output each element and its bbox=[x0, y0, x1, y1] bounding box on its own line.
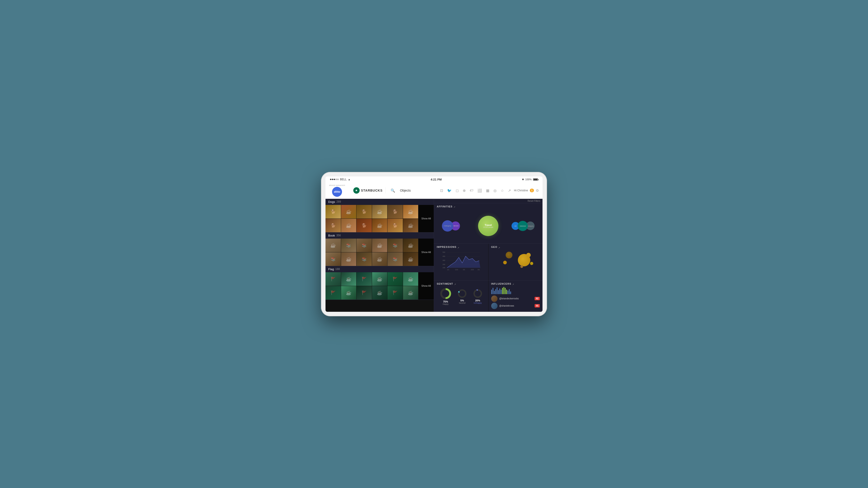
impressions-title: IMPRESSIONS bbox=[437, 246, 456, 248]
book-img-1[interactable] bbox=[326, 238, 341, 252]
search-button[interactable]: 🔍 bbox=[389, 187, 397, 194]
signal-dot-2 bbox=[332, 179, 333, 180]
book-img-9[interactable] bbox=[356, 252, 372, 266]
nav-icon-twitter[interactable]: 🐦 bbox=[446, 188, 453, 194]
geo-bubble-tiny bbox=[520, 265, 523, 268]
geo-title: GEO bbox=[491, 246, 497, 248]
nav-icon-chart[interactable]: ▦ bbox=[485, 188, 490, 194]
geo-external-link[interactable]: ↗ bbox=[498, 247, 500, 249]
book-img-2[interactable] bbox=[341, 238, 356, 252]
reset-filters-button[interactable]: Reset Filters bbox=[528, 200, 540, 202]
svg-text:1/10: 1/10 bbox=[455, 269, 458, 270]
flag-img-4[interactable] bbox=[372, 272, 388, 286]
nav-icon-label[interactable]: 🏷 bbox=[469, 188, 474, 193]
impressions-svg: 500 400 300 200 100 bbox=[437, 251, 486, 271]
nav-icon-copy[interactable]: ⊡ bbox=[439, 188, 444, 194]
affinities-title: AFFINITIES bbox=[437, 205, 453, 208]
dog-img-6[interactable] bbox=[403, 205, 418, 219]
flag-img-7[interactable] bbox=[326, 286, 341, 300]
book-count: 356 bbox=[336, 234, 341, 237]
book-img-4[interactable] bbox=[372, 238, 388, 252]
book-show-all[interactable]: Show All bbox=[418, 238, 434, 266]
affinities-section: AFFINITIES ↗ Category Interest Travel 12… bbox=[434, 203, 542, 244]
flag-img-12[interactable] bbox=[403, 286, 418, 300]
happy-pct: 75% bbox=[439, 300, 452, 303]
nav-icon-share[interactable]: ↗ bbox=[507, 188, 512, 194]
book-img-8[interactable] bbox=[341, 252, 356, 266]
flag-img-6[interactable] bbox=[403, 272, 418, 286]
book-img-10[interactable] bbox=[372, 252, 388, 266]
dog-img-10[interactable] bbox=[372, 219, 388, 232]
book-image-grid: Show All bbox=[326, 238, 434, 266]
sentiment-external-link[interactable]: ↗ bbox=[454, 283, 456, 286]
flag-img-9[interactable] bbox=[356, 286, 372, 300]
nav-icon-instagram[interactable]: ◻ bbox=[455, 188, 460, 194]
dog-img-2[interactable] bbox=[341, 205, 356, 219]
neutral-donut bbox=[457, 289, 467, 299]
flag-img-1[interactable] bbox=[326, 272, 341, 286]
flag-section: Flag 188 Show All bbox=[326, 266, 434, 300]
inf-bar-5 bbox=[497, 287, 498, 294]
nav-icon-star[interactable]: ☆ bbox=[500, 188, 505, 194]
impressions-chart: 500 400 300 200 100 bbox=[437, 251, 486, 271]
inf-bar-7 bbox=[499, 289, 500, 294]
ditto-logo[interactable]: ditto bbox=[332, 187, 342, 197]
svg-text:300: 300 bbox=[442, 260, 445, 261]
signal-dot-4 bbox=[336, 179, 337, 180]
nav-icon-location[interactable]: ◎ bbox=[493, 188, 498, 194]
influencers-external-link[interactable]: ↗ bbox=[512, 283, 514, 286]
dog-img-3[interactable] bbox=[356, 205, 372, 219]
nav-icon-tag[interactable]: ⊕ bbox=[462, 188, 467, 194]
right-bubble-group: Art Interest Category bbox=[512, 221, 535, 231]
dogs-section: Dogs 289 Show All bbox=[326, 199, 434, 232]
dog-img-9[interactable] bbox=[356, 219, 372, 232]
settings-icon[interactable]: ⚙ bbox=[536, 188, 539, 193]
book-title: Book bbox=[328, 234, 335, 237]
inf-bar-2 bbox=[493, 288, 493, 294]
book-img-7[interactable] bbox=[326, 252, 341, 266]
dog-img-5[interactable] bbox=[388, 205, 403, 219]
affinities-external-link[interactable]: ↗ bbox=[454, 206, 455, 208]
starbucks-brand-area[interactable]: ★ STARBUCKS bbox=[350, 187, 385, 194]
book-img-12[interactable] bbox=[403, 252, 418, 266]
svg-point-18 bbox=[459, 290, 466, 297]
book-img-3[interactable] bbox=[356, 238, 372, 252]
impressions-external-link[interactable]: ↗ bbox=[457, 247, 459, 249]
influencer-row-1: @briandeckerrocks 82 bbox=[491, 295, 540, 302]
bubble-travel-center: Travel 12,923 people bbox=[478, 216, 498, 236]
top-nav: BRAND MANAGER ditto ★ STARBUCKS 🔍 Object… bbox=[326, 183, 542, 199]
svg-marker-10 bbox=[447, 256, 480, 268]
inf-bar-8 bbox=[501, 290, 502, 294]
dogs-title: Dogs bbox=[328, 200, 335, 203]
dog-img-1[interactable] bbox=[326, 205, 341, 219]
book-img-5[interactable] bbox=[388, 238, 403, 252]
flag-img-3[interactable] bbox=[356, 272, 372, 286]
geo-bubble-small-2 bbox=[526, 253, 531, 257]
svg-text:3/1: 3/1 bbox=[477, 269, 480, 270]
flag-img-11[interactable] bbox=[388, 286, 403, 300]
wifi-icon: ▲ bbox=[348, 178, 350, 181]
flag-title: Flag bbox=[328, 267, 334, 271]
top-bar: Reset Filters bbox=[434, 199, 542, 203]
inf-bar-12 bbox=[506, 290, 507, 294]
flag-img-5[interactable] bbox=[388, 272, 403, 286]
book-img-6[interactable] bbox=[403, 238, 418, 252]
dog-img-7[interactable] bbox=[326, 219, 341, 232]
flag-show-all[interactable]: Show All bbox=[418, 272, 434, 300]
unhappy-donut bbox=[473, 289, 483, 299]
book-img-11[interactable] bbox=[388, 252, 403, 266]
dog-img-4[interactable] bbox=[372, 205, 388, 219]
flag-img-8[interactable] bbox=[341, 286, 356, 300]
dogs-show-all[interactable]: Show All bbox=[418, 205, 434, 232]
dog-img-12[interactable] bbox=[403, 219, 418, 232]
time-display: 4:21 PM bbox=[431, 178, 442, 181]
notification-badge[interactable]: 1 bbox=[530, 189, 534, 192]
flag-img-10[interactable] bbox=[372, 286, 388, 300]
dog-img-8[interactable] bbox=[341, 219, 356, 232]
battery-pct: 100% bbox=[525, 178, 532, 181]
flag-img-2[interactable] bbox=[341, 272, 356, 286]
battery-fill bbox=[533, 179, 537, 180]
nav-icon-image[interactable]: ⬜ bbox=[476, 188, 483, 194]
status-bar: BELL ▲ 4:21 PM ✱ 100% bbox=[326, 176, 542, 183]
dog-img-11[interactable] bbox=[388, 219, 403, 232]
